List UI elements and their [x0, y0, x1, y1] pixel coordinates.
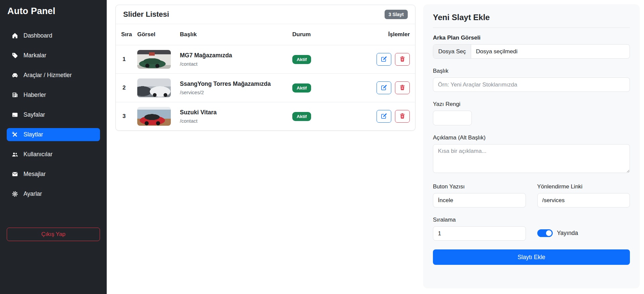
users-icon	[11, 151, 18, 158]
edit-slide-button[interactable]	[377, 110, 391, 123]
sidebar-item-araclar-hizmetler[interactable]: Araçlar / Hizmetler	[7, 69, 100, 82]
text-color-input[interactable]	[433, 111, 472, 125]
order-input[interactable]	[433, 226, 526, 241]
button-text-label: Buton Yazısı	[433, 183, 526, 190]
gear-icon	[11, 191, 18, 197]
slide-thumbnail	[137, 107, 171, 126]
trash-icon	[399, 113, 405, 120]
order-label: Sıralama	[433, 217, 526, 223]
slide-link: /contact	[180, 61, 292, 67]
sidebar-item-sayfalar[interactable]: Sayfalar	[7, 108, 100, 121]
sidebar-item-label: Dashboard	[23, 32, 52, 39]
delete-slide-button[interactable]	[395, 53, 410, 66]
pencil-square-icon	[381, 113, 387, 120]
sidebar-item-label: Ayarlar	[23, 190, 42, 197]
background-image-input[interactable]: Dosya Seç Dosya seçilmedi	[433, 44, 630, 59]
slide-title: SsangYong Torres Mağazamızda	[180, 80, 292, 87]
envelope-icon	[11, 171, 18, 178]
sidebar-nav: Dashboard Markalar Araçlar / Hizmetler H…	[7, 29, 100, 200]
tools-icon	[11, 131, 18, 138]
slide-thumbnail	[137, 78, 171, 97]
pencil-square-icon	[381, 84, 387, 92]
trash-icon	[399, 84, 405, 92]
table-header: Sıra Görsel Başlık Durum İşlemler	[116, 24, 415, 45]
sidebar-item-label: Sayfalar	[23, 111, 45, 118]
delete-slide-button[interactable]	[395, 81, 410, 94]
form-title: Yeni Slayt Ekle	[433, 13, 630, 28]
slide-thumbnail	[137, 50, 171, 69]
edit-slide-button[interactable]	[377, 53, 391, 66]
column-header-durum: Durum	[292, 31, 353, 38]
status-badge: Aktif	[292, 83, 311, 93]
sidebar-item-ayarlar[interactable]: Ayarlar	[7, 187, 100, 200]
sidebar-item-slaytlar[interactable]: Slaytlar	[7, 128, 100, 141]
app-title: Auto Panel	[7, 6, 100, 16]
sidebar-item-label: Araçlar / Hizmetler	[23, 72, 72, 79]
redirect-link-input[interactable]	[537, 193, 630, 208]
redirect-link-label: Yönlendirme Linki	[537, 183, 630, 190]
newspaper-icon	[11, 92, 18, 99]
main-content: Slider Listesi 3 Slayt Sıra Görsel Başlı…	[107, 0, 644, 294]
sidebar-item-kullanicilar[interactable]: Kullanıcılar	[7, 148, 100, 161]
delete-slide-button[interactable]	[395, 110, 410, 123]
sidebar-item-label: Markalar	[23, 52, 46, 59]
sidebar-item-haberler[interactable]: Haberler	[7, 89, 100, 102]
table-row: 1 MG7 Mağazamızda /contact Aktif	[116, 45, 415, 73]
slide-link: /contact	[180, 118, 292, 124]
file-status-text: Dosya seçilmedi	[471, 45, 522, 58]
new-slide-panel: Yeni Slayt Ekle Arka Plan Görseli Dosya …	[424, 5, 639, 288]
button-text-input[interactable]	[433, 193, 526, 208]
title-input[interactable]	[433, 77, 630, 92]
slide-order: 3	[121, 113, 137, 120]
description-textarea[interactable]	[433, 144, 630, 173]
published-toggle[interactable]	[537, 229, 553, 237]
sidebar-item-label: Kullanıcılar	[23, 151, 53, 158]
column-header-baslik: Başlık	[180, 31, 292, 38]
slide-count-badge: 3 Slayt	[385, 10, 408, 19]
slide-title: Suzuki Vitara	[180, 109, 292, 116]
window-icon	[11, 112, 18, 118]
background-image-label: Arka Plan Görseli	[433, 35, 630, 41]
sidebar-item-label: Haberler	[23, 92, 46, 99]
title-label: Başlık	[433, 68, 630, 74]
car-icon	[11, 72, 18, 79]
trash-icon	[399, 56, 405, 63]
sidebar-item-mesajlar[interactable]: Mesajlar	[7, 168, 100, 181]
table-row: 3 Suzuki Vitara /contact Aktif	[116, 102, 415, 130]
column-header-sira: Sıra	[121, 31, 137, 38]
toggle-knob	[546, 230, 552, 236]
sidebar-item-label: Slaytlar	[23, 131, 43, 138]
add-slide-button[interactable]: Slaytı Ekle	[433, 249, 630, 265]
published-label: Yayında	[557, 230, 578, 237]
sidebar: Auto Panel Dashboard Markalar Araçlar / …	[0, 0, 107, 294]
text-color-label: Yazı Rengi	[433, 101, 630, 108]
home-icon	[11, 33, 18, 39]
sidebar-item-label: Mesajlar	[23, 171, 46, 178]
sidebar-item-dashboard[interactable]: Dashboard	[7, 29, 100, 42]
table-row: 2 SsangYong Torres Mağazamızda /services…	[116, 73, 415, 102]
slider-list-card: Slider Listesi 3 Slayt Sıra Görsel Başlı…	[115, 5, 415, 131]
file-select-button[interactable]: Dosya Seç	[433, 45, 471, 58]
slide-title: MG7 Mağazamızda	[180, 52, 292, 59]
sidebar-item-markalar[interactable]: Markalar	[7, 49, 100, 62]
pencil-square-icon	[381, 56, 387, 63]
edit-slide-button[interactable]	[377, 81, 391, 94]
tag-icon	[11, 52, 18, 59]
slide-link: /services/2	[180, 90, 292, 95]
column-header-islemler: İşlemler	[353, 31, 410, 38]
slide-order: 1	[121, 56, 137, 63]
status-badge: Aktif	[292, 112, 311, 121]
logout-button[interactable]: Çıkış Yap	[7, 228, 100, 241]
status-badge: Aktif	[292, 55, 311, 64]
slider-list-title: Slider Listesi	[123, 10, 169, 19]
description-label: Açıklama (Alt Başlık)	[433, 134, 630, 141]
slide-order: 2	[121, 84, 137, 91]
column-header-gorsel: Görsel	[137, 31, 180, 38]
slider-list-header: Slider Listesi 3 Slayt	[116, 5, 415, 24]
